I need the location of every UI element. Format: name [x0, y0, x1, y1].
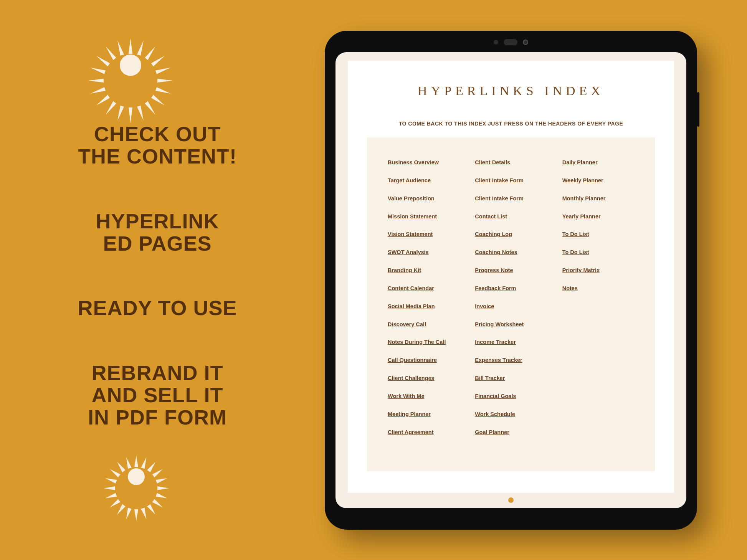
index-link[interactable]: Client Details: [475, 154, 547, 172]
index-link[interactable]: Branding Kit: [388, 261, 459, 279]
index-link[interactable]: Goal Planner: [475, 423, 547, 441]
page-subtitle: TO COME BACK TO THIS INDEX JUST PRESS ON…: [367, 121, 655, 127]
index-link[interactable]: Work Schedule: [475, 405, 547, 423]
index-link[interactable]: Coaching Log: [475, 225, 547, 243]
index-page: HYPERLINKS INDEX TO COME BACK TO THIS IN…: [348, 61, 674, 493]
index-link[interactable]: Call Questionnaire: [388, 351, 459, 369]
sunburst-icon: [104, 38, 157, 92]
index-link[interactable]: Meeting Planner: [388, 405, 459, 423]
index-link[interactable]: Notes: [562, 279, 634, 297]
headline-4-line-3: IN PDF FORM: [50, 406, 265, 428]
headline-2: HYPERLINK ED PAGES: [50, 210, 265, 255]
index-link[interactable]: To Do List: [562, 225, 634, 243]
headline-1-line-1: CHECK OUT: [50, 123, 265, 145]
index-link[interactable]: Notes During The Call: [388, 333, 459, 351]
left-column: CHECK OUT THE CONTENT! HYPERLINK ED PAGE…: [50, 38, 265, 498]
index-link[interactable]: Daily Planner: [562, 154, 634, 172]
index-box: Business OverviewTarget AudienceValue Pr…: [367, 137, 655, 471]
index-link[interactable]: Client Challenges: [388, 369, 459, 387]
index-link[interactable]: Client Intake Form: [475, 172, 547, 190]
headline-4-line-2: AND SELL IT: [50, 384, 265, 406]
index-link[interactable]: Business Overview: [388, 154, 459, 172]
index-link[interactable]: Pricing Worksheet: [475, 316, 547, 334]
index-columns: Business OverviewTarget AudienceValue Pr…: [388, 154, 634, 441]
tablet-sensors: [494, 39, 528, 45]
index-link[interactable]: Yearly Planner: [562, 208, 634, 226]
headline-1: CHECK OUT THE CONTENT!: [50, 123, 265, 168]
index-link[interactable]: SWOT Analysis: [388, 243, 459, 261]
sunburst-icon: [115, 456, 157, 498]
headline-4: REBRAND IT AND SELL IT IN PDF FORM: [50, 362, 265, 429]
home-indicator-icon: [508, 497, 514, 503]
index-link[interactable]: Client Agreement: [388, 423, 459, 441]
index-link[interactable]: Social Media Plan: [388, 297, 459, 316]
index-link[interactable]: Mission Statement: [388, 208, 459, 226]
index-link[interactable]: Monthly Planner: [562, 190, 634, 208]
index-link[interactable]: Discovery Call: [388, 316, 459, 334]
headline-3: READY TO USE: [50, 297, 265, 319]
index-col-3: Daily PlannerWeekly PlannerMonthly Plann…: [562, 154, 634, 441]
index-link[interactable]: Content Calendar: [388, 279, 459, 297]
index-link[interactable]: Coaching Notes: [475, 243, 547, 261]
tablet-screen: HYPERLINKS INDEX TO COME BACK TO THIS IN…: [335, 52, 686, 508]
index-link[interactable]: Financial Goals: [475, 387, 547, 405]
index-link[interactable]: Work With Me: [388, 387, 459, 405]
index-link[interactable]: Target Audience: [388, 172, 459, 190]
index-link[interactable]: To Do List: [562, 243, 634, 261]
index-link[interactable]: Bill Tracker: [475, 369, 547, 387]
index-link[interactable]: Client Intake Form: [475, 190, 547, 208]
headline-1-line-2: THE CONTENT!: [50, 145, 265, 167]
headline-3-line-1: READY TO USE: [50, 297, 265, 319]
index-link[interactable]: Invoice: [475, 297, 547, 316]
index-link[interactable]: Contact List: [475, 208, 547, 226]
index-link[interactable]: Priority Matrix: [562, 261, 634, 279]
index-col-1: Business OverviewTarget AudienceValue Pr…: [388, 154, 459, 441]
index-link[interactable]: Progress Note: [475, 261, 547, 279]
index-link[interactable]: Vision Statement: [388, 225, 459, 243]
index-link[interactable]: Expenses Tracker: [475, 351, 547, 369]
headline-2-line-2: ED PAGES: [50, 232, 265, 254]
index-link[interactable]: Income Tracker: [475, 333, 547, 351]
page-title: HYPERLINKS INDEX: [367, 84, 655, 98]
headline-4-line-1: REBRAND IT: [50, 362, 265, 384]
headline-2-line-1: HYPERLINK: [50, 210, 265, 232]
promo-graphic: CHECK OUT THE CONTENT! HYPERLINK ED PAGE…: [0, 0, 747, 560]
index-col-2: Client DetailsClient Intake FormClient I…: [475, 154, 547, 441]
index-link[interactable]: Feedback Form: [475, 279, 547, 297]
index-link[interactable]: Value Preposition: [388, 190, 459, 208]
index-link[interactable]: Weekly Planner: [562, 172, 634, 190]
tablet-mockup: HYPERLINKS INDEX TO COME BACK TO THIS IN…: [325, 31, 697, 530]
